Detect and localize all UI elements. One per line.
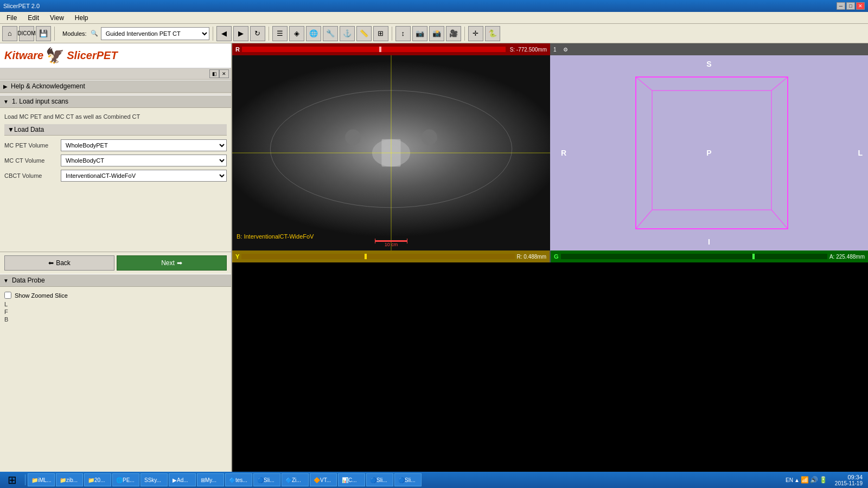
coronal-slider-thumb[interactable] [752,254,755,259]
network-icon: 📶 [801,476,809,484]
ct-scale-area: 10 cm [375,240,407,247]
taskbar-sli3[interactable]: 🔵 Sli... [394,473,422,486]
show-zoomed-checkbox[interactable] [4,292,11,299]
help-section-header[interactable]: ▶ Help & Acknowledgement [0,80,231,93]
list-btn[interactable]: ☰ [272,26,288,41]
axial-slider-track[interactable] [242,47,506,52]
camera-btn[interactable]: 📷 [412,26,427,41]
viewer-area: R S: -772.500mm 1 ⚙ [232,43,868,472]
modules-select[interactable]: Guided Intervention PET CT [101,27,209,40]
clock-area: 09:34 2015-11-19 [831,474,867,486]
logo-area: Kitware 🦅 SlicerPET [0,43,231,68]
python-btn[interactable] [485,26,500,41]
section1-description: Load MC PET and MC CT as well as Combine… [4,111,227,122]
cbct-row: CBCT Volume InterventionalCT-WideFoV [4,168,227,183]
taskbar-vt[interactable]: 🔶 VT... [310,473,337,486]
load-data-arrow-icon: ▼ [8,126,14,133]
taskbar-tes[interactable]: 🔷 tes... [225,473,252,486]
mc-ct-label: MC CT Volume [4,157,59,164]
next-label: Next [161,259,175,267]
save-icon [39,29,48,37]
globe-btn[interactable]: 🌐 [306,26,321,41]
maximize-button[interactable]: □ [846,2,855,10]
ruler-btn[interactable]: 📏 [356,26,372,41]
section1-content: Load MC PET and MC CT as well as Combine… [0,108,231,252]
svg-rect-7 [636,77,788,229]
window-controls: ─ □ ✕ [837,2,865,10]
start-button[interactable]: ⊞ [1,473,23,487]
sagittal-slider-track[interactable] [241,254,514,259]
cbct-select[interactable]: InterventionalCT-WideFoV [61,170,227,182]
ct-axial-view[interactable]: B: InterventionalCT-WideFoV 10 cm [232,55,550,251]
axial-r-label: R [235,46,240,53]
taskbar-iml[interactable]: 📁 iML... [28,473,55,486]
load-scans-header[interactable]: ▼ 1. Load input scans [0,95,231,108]
menu-file[interactable]: File [2,13,21,23]
grid-btn[interactable]: ⊞ [373,26,388,41]
taskbar-zib[interactable]: 📁 zib... [56,473,83,486]
mc-pet-row: MC PET Volume WholeBodyPET [4,138,227,153]
probe-l: L [4,300,227,308]
save-button[interactable] [36,26,51,41]
taskbar-sli2[interactable]: 🔵 Sli... [366,473,393,486]
taskbar-cmd[interactable]: ▶ Ad... [169,473,196,486]
data-probe-header[interactable]: ▼ Data Probe [0,274,231,287]
3d-i-label: I [708,237,710,246]
menu-edit[interactable]: Edit [23,13,43,23]
taskbar-zi[interactable]: 🔷 Zi... [282,473,309,486]
modules-label: Modules: [62,30,87,37]
scene-btn[interactable]: 🔧 [323,26,338,41]
taskbar-sep1 [25,474,25,485]
close-button[interactable]: ✕ [856,2,865,10]
toolbar-separator [54,27,55,41]
clock-time: 09:34 [847,474,863,480]
data-probe-content: Show Zoomed Slice L F B [0,287,231,326]
back-button[interactable]: ⬅ Back [4,255,114,271]
toolbar-sep3 [269,27,269,41]
minimize-button[interactable]: ─ [837,2,845,10]
coronal-slider-track[interactable] [561,254,827,259]
tray-up-icon[interactable]: ▲ [794,477,800,483]
app-title: SlicerPET 2.0 [3,3,40,9]
nav-back-btn[interactable]: ◀ [216,26,232,41]
3d-btn[interactable]: ◈ [289,26,304,41]
camera3-btn[interactable]: 🎥 [446,26,461,41]
taskbar-iml-icon: 📁 [31,477,38,483]
camera2-btn[interactable]: 📸 [429,26,444,41]
svg-line-12 [771,210,788,229]
menu-view[interactable]: View [46,13,68,23]
sagittal-slider-thumb[interactable] [365,254,367,259]
mc-pet-select[interactable]: WholeBodyPET [61,139,227,151]
data-probe-arrow-icon: ▼ [3,278,9,284]
cursor-btn[interactable]: ✛ [468,26,483,41]
3d-p-label: P [706,149,711,157]
taskbar-chrome[interactable]: 🌐 PE... [112,473,139,486]
taskbar-20-icon: 📁 [88,477,94,483]
taskbar-my[interactable]: ⊞ My... [197,473,224,486]
menu-help[interactable]: Help [71,13,93,23]
sli2-icon: 🔵 [370,477,376,483]
taskbar-c[interactable]: 📊 C... [338,473,365,486]
taskbar-20[interactable]: 📁 20... [84,473,111,486]
ct-scale-bar [375,240,407,242]
load-data-header[interactable]: ▼ Load Data [4,124,227,136]
sagittal-y-label: Y [235,253,239,260]
arrow-btn[interactable]: ↕ [395,26,411,41]
home-button[interactable] [2,26,17,41]
mc-ct-select[interactable]: WholeBodyCT [61,155,227,166]
toolbar-sep5 [464,27,465,41]
3d-view[interactable]: S R L I P [550,55,868,251]
kitware-logo: Kitware [4,49,43,62]
refresh-btn[interactable]: ↻ [250,26,265,41]
axial-slider-thumb[interactable] [379,47,381,52]
nav-forward-btn[interactable]: ▶ [233,26,248,41]
panel-pin-btn[interactable]: ◧ [209,69,219,78]
section1-spacer [4,183,227,248]
next-button[interactable]: Next ➡ [117,255,227,271]
data-probe-label: Data Probe [12,277,45,284]
taskbar-sli1[interactable]: 🔵 Sli... [253,473,280,486]
taskbar-skype[interactable]: S Sky... [141,473,168,486]
dicom-button[interactable]: DICOM [19,26,34,41]
panel-close-btn[interactable]: ✕ [219,69,229,78]
link-btn[interactable]: ⚓ [340,26,355,41]
